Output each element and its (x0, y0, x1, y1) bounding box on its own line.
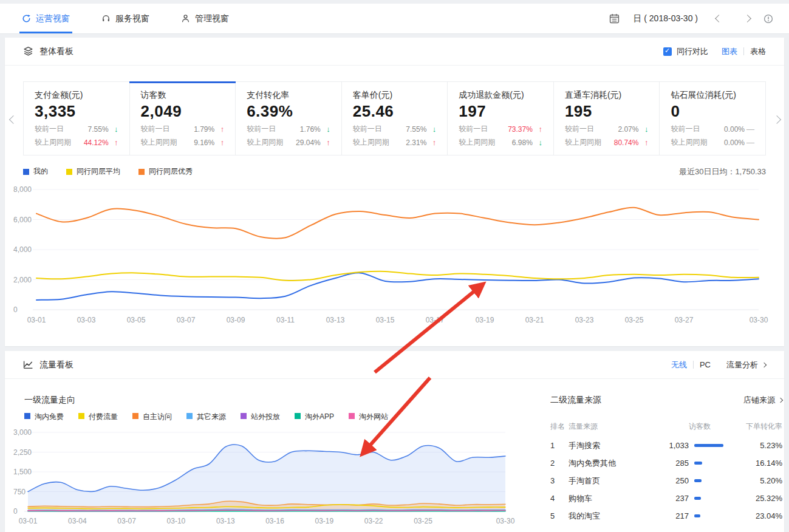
source-row-my-taobao[interactable]: 5我的淘宝21723.04% (550, 507, 782, 525)
cards-scroll-left-button[interactable] (10, 114, 16, 125)
tab-label: 服务视窗 (115, 13, 149, 24)
svg-text:03-23: 03-23 (575, 316, 594, 324)
trend-arrow-icon (321, 124, 330, 134)
legend-item-peer-excellent[interactable]: 同行同层优秀 (138, 166, 193, 177)
trend-arrow-icon (426, 124, 436, 134)
shop-source-link[interactable]: 店铺来源 (743, 395, 782, 406)
source-row-cart[interactable]: 4购物车23725.32% (550, 489, 782, 507)
legend-item-mine[interactable]: 我的 (23, 166, 48, 177)
trend-arrow-icon (638, 124, 648, 134)
source-row-taobao-search[interactable]: 1手淘搜索1,0335.23% (550, 437, 782, 454)
svg-text:03-30: 03-30 (496, 517, 515, 525)
kpi-card-payment-amount[interactable]: 支付金额(元) 3,335 较前一日7.55% 较上周同期44.12% (24, 82, 130, 155)
source-row-taobao-free-other[interactable]: 2淘内免费其他28516.14% (550, 454, 782, 472)
primary-traffic-area-chart[interactable]: 07501,5002,2503,00003-0103-0403-0703-100… (5, 419, 527, 532)
visitors-bar (694, 479, 702, 482)
tab-label: 运营视窗 (36, 13, 70, 24)
tab-wireless[interactable]: 无线 (671, 360, 687, 370)
date-prev-button[interactable] (715, 15, 723, 22)
legend-swatch (186, 413, 193, 419)
trend-arrow-icon (533, 138, 542, 147)
svg-text:03-21: 03-21 (525, 316, 544, 324)
peer-compare-checkbox[interactable] (663, 47, 672, 56)
traffic-panel-title: 流量看板 (39, 360, 73, 370)
kpi-value: 25.46 (353, 102, 437, 121)
svg-text:2,000: 2,000 (13, 276, 32, 284)
legend-swatch (132, 413, 138, 419)
svg-text:03-05: 03-05 (127, 316, 146, 324)
visitors-trend-line-chart[interactable]: 02,0004,0006,0008,00003-0103-0303-0503-0… (5, 182, 784, 340)
layers-icon (23, 46, 33, 56)
tab-service-view[interactable]: 服务视窗 (101, 4, 149, 33)
change-vs-prev-day: 较前一日1.79% (141, 124, 225, 134)
kpi-card-conversion-rate[interactable]: 支付转化率 6.39% 较前一日1.76% 较上周同期29.04% (236, 82, 342, 155)
change-vs-prev-day: 较前一日73.37% (459, 124, 542, 134)
view-chart-toggle[interactable]: 图表 (722, 46, 737, 57)
divider (693, 361, 694, 369)
trend-arrow-icon (533, 124, 542, 134)
kpi-title: 钻石展位消耗(元) (671, 90, 754, 101)
trend-arrow-icon (214, 138, 224, 147)
svg-text:03-30: 03-30 (750, 316, 768, 324)
trend-arrow-icon (214, 124, 224, 134)
secondary-traffic-title: 二级流量来源 (550, 395, 601, 406)
kpi-title: 支付转化率 (247, 90, 330, 101)
source-row-taobao-home[interactable]: 3手淘首页2505.20% (550, 472, 782, 489)
tab-pc[interactable]: PC (700, 360, 711, 369)
svg-text:03-01: 03-01 (19, 517, 38, 525)
overall-panel-header: 整体看板 同行对比 图表 表格 (5, 38, 784, 66)
tab-management-view[interactable]: 管理视窗 (181, 4, 229, 33)
calendar-icon[interactable] (609, 13, 620, 24)
svg-text:03-13: 03-13 (216, 517, 235, 525)
svg-text:03-16: 03-16 (265, 517, 284, 525)
svg-text:2,250: 2,250 (13, 448, 32, 457)
svg-text:03-27: 03-27 (675, 316, 694, 324)
kpi-card-ztc-spend[interactable]: 直通车消耗(元) 195 较前一日2.07% 较上周同期80.74% (554, 82, 660, 155)
visitors-bar (694, 444, 723, 447)
date-next-button[interactable] (743, 15, 751, 22)
kpi-value: 197 (459, 102, 542, 121)
kpi-card-refund-amount[interactable]: 成功退款金额(元) 197 较前一日73.37% 较上周同期6.98% (448, 82, 554, 155)
traffic-panel-header: 流量看板 无线 PC 流量分析 (5, 351, 784, 379)
chevron-right-icon (778, 398, 783, 403)
secondary-traffic-panel: 二级流量来源 店铺来源 排名 流量来源 访客数 下单转化率 1手淘搜索1,033… (550, 395, 782, 525)
svg-text:03-17: 03-17 (426, 316, 445, 324)
svg-text:03-04: 03-04 (68, 517, 87, 525)
kpi-cards-row: 支付金额(元) 3,335 较前一日7.55% 较上周同期44.12% 访客数 … (23, 81, 766, 155)
svg-text:0: 0 (13, 507, 18, 516)
kpi-value: 6.39% (247, 102, 330, 121)
kpi-card-avg-order-value[interactable]: 客单价(元) 25.46 较前一日7.55% 较上周同期2.31% (342, 82, 448, 155)
kpi-card-diamond-spend[interactable]: 钻石展位消耗(元) 0 较前一日0.00% 较上周同期0.00% (660, 82, 766, 155)
svg-text:03-19: 03-19 (315, 517, 334, 525)
kpi-title: 直通车消耗(元) (565, 90, 649, 101)
legend-item-peer-average[interactable]: 同行同层平均 (66, 166, 120, 177)
date-selector[interactable]: 日 ( 2018-03-30 ) (633, 13, 698, 24)
change-vs-last-week: 较上周同期80.74% (565, 137, 649, 148)
peer-compare-label[interactable]: 同行对比 (677, 46, 708, 57)
svg-text:3,000: 3,000 (13, 428, 32, 437)
change-vs-prev-day: 较前一日1.76% (247, 124, 330, 134)
change-vs-last-week: 较上周同期0.00% (671, 137, 754, 148)
primary-traffic-trend-title: 一级流量走向 (24, 395, 75, 406)
visitors-bar (694, 514, 700, 517)
svg-text:03-07: 03-07 (177, 316, 196, 324)
cards-scroll-right-button[interactable] (774, 114, 780, 125)
info-icon[interactable] (763, 14, 773, 24)
kpi-title: 成功退款金额(元) (459, 90, 542, 101)
svg-text:03-25: 03-25 (414, 517, 432, 525)
tab-operation-view[interactable]: 运营视窗 (22, 4, 70, 33)
change-vs-prev-day: 较前一日0.00% (671, 124, 754, 134)
traffic-analysis-link[interactable]: 流量分析 (726, 360, 758, 370)
kpi-card-visitors[interactable]: 访客数 2,049 较前一日1.79% 较上周同期9.16% (130, 82, 236, 155)
legend-swatch (295, 413, 301, 419)
view-table-toggle[interactable]: 表格 (750, 46, 766, 57)
trend-arrow-icon (321, 138, 330, 147)
visitors-bar (694, 462, 702, 465)
svg-text:03-15: 03-15 (376, 316, 395, 324)
legend-swatch (241, 413, 247, 419)
svg-text:03-25: 03-25 (625, 316, 644, 324)
change-vs-prev-day: 较前一日7.55% (353, 124, 437, 134)
sources-table-header: 排名 流量来源 访客数 下单转化率 (550, 421, 782, 432)
svg-text:03-10: 03-10 (167, 517, 186, 525)
change-vs-last-week: 较上周同期44.12% (35, 137, 118, 148)
